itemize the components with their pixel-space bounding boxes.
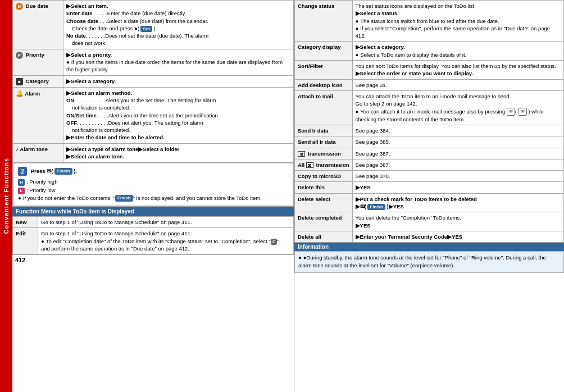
add-desktop-label: Add desktop icon <box>295 79 353 90</box>
transmission-label: ⊠ transmission <box>295 148 353 159</box>
alarm-enter: ▶Enter the date and time to be alerted. <box>66 134 290 141</box>
due-date-no2: does not work. <box>66 39 290 47</box>
alarm-on2: notification is completed. <box>66 104 290 111</box>
left-table: D Due date ▶Select an item. Enter date .… <box>12 0 294 162</box>
alarm-select: ▶Select an alarm method. <box>66 89 290 97</box>
table-row: Delete completed You can delete the "Com… <box>295 212 564 231</box>
step-number: 2 <box>18 167 27 176</box>
due-date-select: ▶Select an item. <box>66 2 290 10</box>
priority-content: ▶Select a priority. If you sort the item… <box>63 49 294 75</box>
category-select: ▶Select a category. <box>66 78 290 85</box>
send-ir-label: Send Ir data <box>295 125 353 136</box>
priority-high: H: Priority high <box>18 178 288 186</box>
delete-all-label: Delete all <box>295 231 353 242</box>
press-text: Press ✉( Finish ). <box>31 168 77 174</box>
right-table: Change status The set status icons are d… <box>294 0 564 243</box>
alarm-off: OFF. . . . . . . . . . .Does not alert y… <box>66 119 290 126</box>
delete-this-content: ▶YES <box>352 182 563 193</box>
alarm-tone-icon: ♪ <box>16 146 19 152</box>
function-menu-table: New Go to step 1 of "Using ToDo to Manag… <box>12 216 294 254</box>
right-column: Change status The set status icons are d… <box>294 0 564 392</box>
table-row: ♪ Alarm tone ▶Select a type of alarm ton… <box>13 143 294 162</box>
priority-bullet: If you sort the items in due date order,… <box>66 58 290 74</box>
send-all-ir-content: See page 385. <box>352 136 563 148</box>
change-status-label: Change status <box>295 1 353 42</box>
priority-low: L: Priority low <box>18 186 288 194</box>
alarm-tone-select1: ▶Select a type of alarm tone▶Select a fo… <box>66 145 290 153</box>
l-icon: L <box>18 188 25 194</box>
alarm-tone-label: ♪ Alarm tone <box>13 143 63 162</box>
due-date-content: ▶Select an item. Enter date . . . . .Ent… <box>63 1 294 49</box>
press-note: If you do not enter the ToDo contents, "… <box>18 194 288 202</box>
priority-icon: P <box>16 52 23 59</box>
table-row: Change status The set status icons are d… <box>295 1 564 42</box>
columns: D Due date ▶Select an item. Enter date .… <box>12 0 564 392</box>
table-row: All ⊠ transmission See page 387. <box>295 159 564 170</box>
category-display-label: Category display <box>295 42 353 61</box>
left-column: D Due date ▶Select an item. Enter date .… <box>12 0 294 392</box>
due-date-choose: Choose date . . .Select a date (due date… <box>66 17 290 25</box>
table-row: Delete select ▶Put a check mark for ToDo… <box>295 193 564 212</box>
edit-content: Go to step 1 of "Using ToDo to Manage Sc… <box>38 228 294 254</box>
table-row: Delete this ▶YES <box>295 182 564 193</box>
table-row: Sort/Filter You can sort ToDo items for … <box>295 61 564 80</box>
due-date-no: No date. . . . . . .Does not set the dat… <box>66 32 290 39</box>
press-section: 2 Press ✉( Finish ). H: Priority high L:… <box>12 162 294 207</box>
send-all-ir-label: Send all Ir data <box>295 136 353 148</box>
alarm-content: ▶Select an alarm method. ON. . . . . . .… <box>63 87 294 143</box>
delete-select-content: ▶Put a check mark for ToDo items to be d… <box>352 193 563 212</box>
new-content: Go to step 1 of "Using ToDo to Manage Sc… <box>38 217 294 228</box>
information-header: Information <box>294 243 564 251</box>
h-icon: H <box>18 179 25 186</box>
all-transmission-content: See page 387. <box>352 159 563 170</box>
alarm-icon: 🔔 <box>16 90 24 97</box>
table-row: P Priority ▶Select a priority. If you so… <box>13 49 294 75</box>
table-row: Copy to microSD See page 370. <box>295 171 564 182</box>
alarm-off2: notification is completed. <box>66 126 290 134</box>
sort-filter-content: You can sort ToDo items for display. You… <box>352 61 563 80</box>
main-content: D Due date ▶Select an item. Enter date .… <box>12 0 564 392</box>
table-row: ⊠ transmission See page 387. <box>295 148 564 159</box>
due-date-icon: D <box>16 3 23 10</box>
function-menu-title: Function Menu while ToDo Item is Display… <box>16 208 134 215</box>
table-row: 🔔 Alarm ▶Select an alarm method. ON. . .… <box>13 87 294 143</box>
alarm-tone-content: ▶Select a type of alarm tone▶Select a fo… <box>63 143 294 162</box>
change-status-content: The set status icons are displayed on th… <box>352 1 563 42</box>
priority-text: Priority <box>26 52 44 58</box>
sidebar-label: Convenient Functions <box>3 158 10 234</box>
priority-select: ▶Select a priority. <box>66 51 290 58</box>
page-number: 412 <box>12 254 294 265</box>
category-content: ▶Select a category. <box>63 75 294 87</box>
alarm-onset: ON/Set time . . . .Alerts you at the tim… <box>66 112 290 119</box>
information-content: ●During standby, the alarm tone sounds a… <box>294 251 564 273</box>
table-row: Delete all ▶Enter your Terminal Security… <box>295 231 564 242</box>
delete-all-content: ▶Enter your Terminal Security Code▶YES <box>352 231 563 242</box>
add-desktop-content: See page 31. <box>352 79 563 90</box>
attach-mail-label: Attach to mail <box>295 90 353 125</box>
table-row: ■ Category ▶Select a category. <box>13 75 294 87</box>
information-text: ●During standby, the alarm tone sounds a… <box>298 254 546 268</box>
all-transmission-label: All ⊠ transmission <box>295 159 353 170</box>
table-row: Add desktop icon See page 31. <box>295 79 564 90</box>
alarm-label: 🔔 Alarm <box>13 87 63 143</box>
category-icon: ■ <box>16 78 23 85</box>
table-row: Attach to mail You can attach the ToDo i… <box>295 90 564 125</box>
send-ir-content: See page 384. <box>352 125 563 136</box>
alarm-tone-select2: ▶Select an alarm tone. <box>66 153 290 160</box>
table-row: Edit Go to step 1 of "Using ToDo to Mana… <box>13 228 294 254</box>
sort-filter-label: Sort/Filter <box>295 61 353 80</box>
table-row: Category display ▶Select a category. Sel… <box>295 42 564 61</box>
copy-microsd-content: See page 370. <box>352 171 563 182</box>
transmission-icon: ⊠ <box>298 151 305 157</box>
due-date-text: Due date <box>26 3 48 9</box>
edit-label: Edit <box>13 228 38 254</box>
sidebar: Convenient Functions <box>0 0 12 392</box>
alarm-tone-text: Alarm tone <box>20 146 48 152</box>
category-display-content: ▶Select a category. Select a ToDo item t… <box>352 42 563 61</box>
press-line: 2 Press ✉( Finish ). <box>18 167 288 176</box>
due-date-label: D Due date <box>13 1 63 49</box>
alarm-on: ON. . . . . . . . . . .Alerts you at the… <box>66 97 290 104</box>
all-transmission-icon: ⊠ <box>306 162 313 168</box>
table-row: New Go to step 1 of "Using ToDo to Manag… <box>13 217 294 228</box>
delete-select-label: Delete select <box>295 193 353 212</box>
